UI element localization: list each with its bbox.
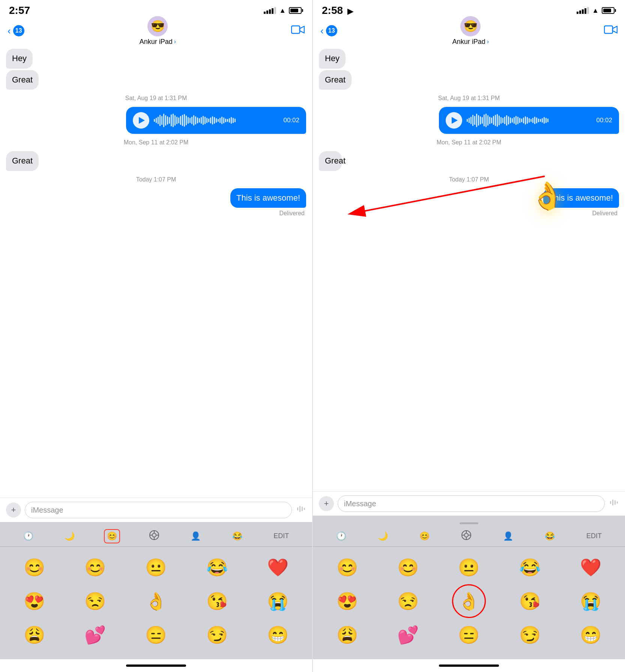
emoji-cell-left-3[interactable]: 😂	[186, 550, 247, 584]
emoji-cell-right-10[interactable]: 😩	[317, 618, 377, 652]
emoji-keyboard-right: 🕐 🌙 😊 👤 😂 EDIT 😊 😊 😐 😂	[313, 516, 625, 659]
play-button-left[interactable]	[133, 112, 149, 129]
delivered-right: Delivered	[319, 210, 619, 217]
emoji-cell-left-5[interactable]: 😍	[4, 584, 65, 618]
emoji-tab-person-right[interactable]: 👤	[501, 529, 515, 543]
msg-great2-left: Great	[6, 151, 39, 171]
back-badge-right: 13	[326, 25, 337, 36]
messages-area-right: Hey Great Sat, Aug 19 at 1:31 PM	[313, 45, 625, 491]
emoji-cell-right-2[interactable]: 😐	[439, 550, 499, 584]
emoji-cell-left-9[interactable]: 😭	[248, 584, 308, 618]
video-call-button-right[interactable]	[604, 24, 617, 38]
emoji-tab-person-left[interactable]: 👤	[188, 529, 203, 543]
emoji-cell-right-13[interactable]: 😏	[499, 618, 560, 652]
emoji-cell-left-6[interactable]: 😒	[65, 584, 125, 618]
audio-message-right[interactable]: 00:02	[439, 107, 619, 134]
svg-rect-0	[291, 26, 300, 33]
emoji-cell-right-12[interactable]: 😑	[439, 618, 499, 652]
waveform-right	[467, 114, 592, 127]
emoji-tab-activity-left[interactable]	[147, 528, 162, 545]
emoji-tab-recent-left[interactable]: 🕐	[21, 529, 36, 543]
emoji-cell-right-9[interactable]: 😭	[560, 584, 621, 618]
status-time-right: 2:58 ▶	[322, 4, 353, 16]
timestamp1-right: Sat, Aug 19 at 1:31 PM	[319, 95, 619, 102]
contact-info-right[interactable]: 😎 Ankur iPad ›	[452, 16, 489, 46]
back-badge-left: 13	[13, 25, 24, 36]
audio-record-button-right[interactable]	[608, 497, 619, 510]
emoji-tab-bar-left: 🕐 🌙 😊 👤 😂 EDIT	[0, 526, 312, 547]
waveform-left	[154, 114, 279, 127]
emoji-tab-nature-left[interactable]: 🌙	[62, 529, 77, 543]
delivered-left: Delivered	[6, 210, 306, 217]
emoji-cell-right-11[interactable]: 💕	[377, 618, 438, 652]
contact-name-left: Ankur iPad ›	[140, 38, 176, 46]
ok-emoji-right[interactable]: 👌	[458, 591, 479, 611]
emoji-cell-left-0[interactable]: 😊	[4, 550, 65, 584]
play-button-right[interactable]	[446, 112, 462, 129]
emoji-cell-left-8[interactable]: 😘	[186, 584, 247, 618]
svg-rect-11	[604, 26, 613, 33]
msg-great1-left: Great	[6, 70, 39, 90]
emoji-tab-recent2-left[interactable]: 😂	[230, 529, 245, 543]
svg-rect-3	[302, 507, 303, 511]
emoji-cell-right-14[interactable]: 😁	[560, 618, 621, 652]
emoji-cell-right-0[interactable]: 😊	[317, 550, 377, 584]
message-input-left[interactable]: iMessage	[25, 502, 292, 518]
back-button-right[interactable]: ‹ 13	[320, 25, 337, 37]
emoji-tab-recent2-right[interactable]: 😂	[542, 529, 557, 543]
emoji-cell-left-4[interactable]: ❤️	[248, 550, 308, 584]
emoji-cell-right-8[interactable]: 😘	[499, 584, 560, 618]
emoji-cell-left-14[interactable]: 😁	[248, 618, 308, 652]
emoji-cell-left-1[interactable]: 😊	[65, 550, 125, 584]
back-button-left[interactable]: ‹ 13	[8, 25, 24, 37]
signal-icon-right	[577, 7, 589, 14]
timestamp2-left: Mon, Sep 11 at 2:02 PM	[6, 139, 306, 146]
wifi-icon-left: ▲	[279, 7, 286, 15]
emoji-tab-face-right[interactable]: 😊	[417, 529, 432, 543]
input-area-left: + iMessage	[0, 498, 312, 522]
emoji-cell-right-4[interactable]: ❤️	[560, 550, 621, 584]
battery-icon-left	[289, 7, 303, 14]
timestamp1-left: Sat, Aug 19 at 1:31 PM	[6, 95, 306, 102]
audio-duration-right: 00:02	[596, 117, 612, 124]
wifi-icon-right: ▲	[592, 7, 599, 15]
status-time-left: 2:57	[9, 4, 30, 16]
contact-name-right: Ankur iPad ›	[452, 38, 489, 46]
audio-message-left[interactable]: 00:02	[126, 107, 306, 134]
emoji-cell-right-1[interactable]: 😊	[377, 550, 438, 584]
add-attachment-button-right[interactable]: +	[319, 496, 334, 511]
audio-record-button-left[interactable]	[296, 504, 306, 516]
emoji-cell-left-2[interactable]: 😐	[126, 550, 186, 584]
timestamp3-right: Today 1:07 PM	[319, 176, 619, 183]
floating-ok-emoji: 👌	[530, 180, 564, 212]
video-call-button-left[interactable]	[291, 24, 305, 38]
emoji-cell-left-13[interactable]: 😏	[186, 618, 247, 652]
msg-great2-right-container: Great	[319, 151, 352, 171]
emoji-tab-edit-right[interactable]: EDIT	[584, 530, 604, 542]
emoji-cell-left-12[interactable]: 😑	[126, 618, 186, 652]
battery-icon-right	[602, 7, 616, 14]
emoji-cell-left-7[interactable]: 👌	[126, 584, 186, 618]
avatar-right: 😎	[460, 16, 481, 36]
emoji-cell-right-3[interactable]: 😂	[499, 550, 560, 584]
emoji-cell-right-7-ok[interactable]: 👌	[439, 584, 499, 618]
add-attachment-button-left[interactable]: +	[6, 502, 21, 518]
status-icons-left: ▲	[264, 7, 303, 15]
timestamp3-left: Today 1:07 PM	[6, 176, 306, 183]
emoji-tab-activity-right[interactable]	[459, 528, 474, 545]
emoji-tab-edit-left[interactable]: EDIT	[271, 530, 291, 542]
emoji-cell-left-11[interactable]: 💕	[65, 618, 125, 652]
emoji-tab-recent-right[interactable]: 🕐	[334, 529, 349, 543]
emoji-cell-right-5[interactable]: 😍	[317, 584, 377, 618]
message-input-right[interactable]: iMessage	[338, 495, 605, 512]
emoji-cell-right-6[interactable]: 😒	[377, 584, 438, 618]
signal-icon-left	[264, 7, 276, 14]
emoji-tab-face-left[interactable]: 😊	[104, 529, 120, 543]
left-panel: 2:57 ▲ ‹ 13	[0, 0, 312, 672]
drag-handle-right	[313, 519, 625, 526]
emoji-cell-left-10[interactable]: 😩	[4, 618, 65, 652]
msg-hey-left: Hey	[6, 49, 33, 69]
svg-rect-14	[612, 500, 613, 506]
emoji-tab-nature-right[interactable]: 🌙	[376, 529, 390, 543]
contact-info-left[interactable]: 😎 Ankur iPad ›	[140, 16, 176, 46]
